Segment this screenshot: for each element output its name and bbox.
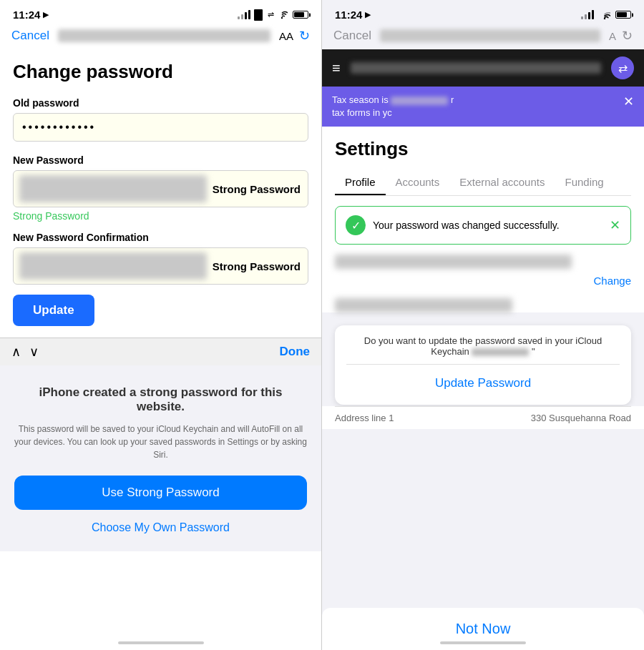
location-icon-right: ▶ bbox=[365, 10, 371, 19]
tax-text-end: r bbox=[451, 94, 454, 105]
time-left: 11:24 bbox=[13, 9, 40, 21]
banner-blur-1 bbox=[391, 97, 448, 105]
keychain-popup-container: Do you want to update the password saved… bbox=[322, 318, 644, 405]
wifi-icon-right bbox=[599, 11, 610, 19]
nav-bar-right: Cancel A ↻ bbox=[322, 25, 644, 49]
svg-point-0 bbox=[281, 17, 283, 19]
icloud-title-text: iPhone created a strong password for thi… bbox=[39, 385, 282, 413]
use-strong-password-button[interactable]: Use Strong Password bbox=[14, 476, 307, 510]
cancel-button-left[interactable]: Cancel bbox=[11, 29, 49, 43]
purple-banner-content: Tax season is r tax forms in yc bbox=[332, 94, 454, 119]
address-section: Address line 1 330 Susquehanna Road bbox=[322, 406, 644, 429]
confirm-password-strong-label: Strong Password bbox=[213, 260, 308, 272]
purple-banner-text-1: Tax season is r bbox=[332, 94, 454, 107]
aa-button-right[interactable]: A bbox=[609, 30, 616, 42]
signal-icon-right bbox=[581, 10, 594, 19]
profile-blur-2 bbox=[335, 298, 512, 312]
new-password-row: Strong Password bbox=[13, 170, 308, 207]
new-password-strong-label: Strong Password bbox=[213, 183, 308, 195]
purple-banner-text-2: tax forms in yc bbox=[332, 107, 454, 119]
battery-icon-left bbox=[293, 11, 308, 19]
left-main-content: Change password Old password New Passwor… bbox=[0, 49, 321, 338]
success-close-button[interactable]: ✕ bbox=[610, 217, 620, 233]
keyboard-toolbar: ∧ ∨ Done bbox=[0, 338, 321, 365]
refresh-button-right[interactable]: ↻ bbox=[622, 28, 633, 44]
swap-icon[interactable]: ⇄ bbox=[611, 56, 634, 79]
keychain-blur bbox=[472, 348, 529, 356]
wifi-icon-left: ⇌ bbox=[254, 9, 263, 21]
choose-own-password-button[interactable]: Choose My Own Password bbox=[92, 518, 230, 537]
refresh-button-left[interactable]: ↻ bbox=[299, 28, 310, 44]
down-arrow[interactable]: ∨ bbox=[29, 344, 39, 360]
address-value: 330 Susquehanna Road bbox=[531, 413, 631, 423]
up-arrow[interactable]: ∧ bbox=[11, 344, 21, 360]
keychain-quote: " bbox=[532, 346, 535, 357]
keychain-popup-text: Do you want to update the password saved… bbox=[346, 335, 620, 357]
icloud-description: This password will be saved to your iClo… bbox=[14, 423, 307, 461]
strong-password-link[interactable]: Strong Password bbox=[13, 210, 308, 222]
confirm-password-section: New Password Confirmation Strong Passwor… bbox=[13, 232, 308, 285]
hamburger-icon[interactable]: ≡ bbox=[332, 60, 341, 77]
tab-external-accounts-label: External accounts bbox=[459, 176, 545, 188]
keychain-divider bbox=[346, 364, 620, 365]
success-banner: ✓ Your password was changed successfully… bbox=[335, 206, 631, 245]
home-indicator-right bbox=[440, 641, 526, 644]
status-icons-right bbox=[581, 10, 631, 19]
tab-accounts[interactable]: Accounts bbox=[386, 170, 450, 195]
confirm-password-label: New Password Confirmation bbox=[13, 232, 308, 243]
tab-accounts-label: Accounts bbox=[396, 176, 440, 188]
status-bar-right: 11:24 ▶ bbox=[322, 0, 644, 25]
change-password-link[interactable]: Change bbox=[593, 275, 631, 287]
tax-text-start: Tax season is bbox=[332, 94, 391, 105]
tab-funding[interactable]: Funding bbox=[555, 170, 613, 195]
tab-profile-label: Profile bbox=[345, 176, 376, 188]
address-row: Address line 1 330 Susquehanna Road bbox=[335, 406, 631, 429]
left-screen: 11:24 ▶ ⇌ ⇌ bbox=[0, 0, 322, 650]
swap-arrows-icon: ⇄ bbox=[618, 61, 628, 75]
new-password-section: New Password Strong Password Strong Pass… bbox=[13, 154, 308, 222]
status-icons-left: ⇌ ⇌ bbox=[238, 9, 308, 21]
old-password-label: Old password bbox=[13, 97, 308, 109]
battery-icon-right bbox=[615, 11, 631, 19]
update-password-button[interactable]: Update Password bbox=[346, 372, 620, 395]
success-check-icon: ✓ bbox=[346, 215, 366, 235]
keychain-popup: Do you want to update the password saved… bbox=[335, 325, 631, 405]
success-text: Your password was changed successfully. bbox=[373, 220, 602, 231]
home-indicator-left bbox=[118, 641, 204, 644]
dark-header-blur bbox=[351, 62, 601, 74]
nav-bar-left: Cancel AA ↻ bbox=[0, 25, 321, 49]
tab-external-accounts[interactable]: External accounts bbox=[449, 170, 555, 195]
purple-banner-close[interactable]: ✕ bbox=[623, 94, 634, 109]
wifi-text-left: ⇌ bbox=[268, 10, 288, 19]
new-password-label: New Password bbox=[13, 154, 308, 166]
purple-banner: Tax season is r tax forms in yc ✕ bbox=[322, 87, 644, 127]
new-password-blur bbox=[19, 175, 207, 202]
update-button[interactable]: Update bbox=[13, 295, 94, 326]
old-password-section: Old password bbox=[13, 97, 308, 144]
aa-button-left[interactable]: AA bbox=[279, 30, 293, 42]
settings-title: Settings bbox=[335, 138, 631, 160]
signal-icon-left bbox=[238, 10, 250, 19]
nav-title-blur-left bbox=[58, 29, 270, 42]
tabs-row: Profile Accounts External accounts Fundi… bbox=[335, 170, 631, 196]
settings-content: Settings Profile Accounts External accou… bbox=[322, 127, 644, 312]
svg-point-1 bbox=[604, 18, 605, 19]
icloud-title: iPhone created a strong password for thi… bbox=[14, 385, 307, 414]
confirm-password-blur bbox=[19, 252, 207, 280]
nav-title-blur-right bbox=[380, 29, 600, 42]
dark-header: ≡ ⇄ bbox=[322, 49, 644, 87]
tab-profile[interactable]: Profile bbox=[335, 170, 386, 195]
location-icon-left: ▶ bbox=[43, 10, 49, 19]
cancel-button-right[interactable]: Cancel bbox=[333, 29, 371, 43]
confirm-password-row: Strong Password bbox=[13, 247, 308, 285]
done-button[interactable]: Done bbox=[280, 345, 311, 359]
time-right: 11:24 bbox=[335, 9, 362, 21]
tab-funding-label: Funding bbox=[565, 176, 603, 188]
page-title-left: Change password bbox=[13, 61, 308, 83]
address-label: Address line 1 bbox=[335, 413, 394, 423]
old-password-input[interactable] bbox=[13, 113, 308, 142]
status-bar-left: 11:24 ▶ ⇌ ⇌ bbox=[0, 0, 321, 25]
right-screen: 11:24 ▶ Cancel bbox=[322, 0, 644, 650]
keyboard-arrows: ∧ ∨ bbox=[11, 344, 39, 360]
profile-blur-1 bbox=[335, 255, 572, 269]
